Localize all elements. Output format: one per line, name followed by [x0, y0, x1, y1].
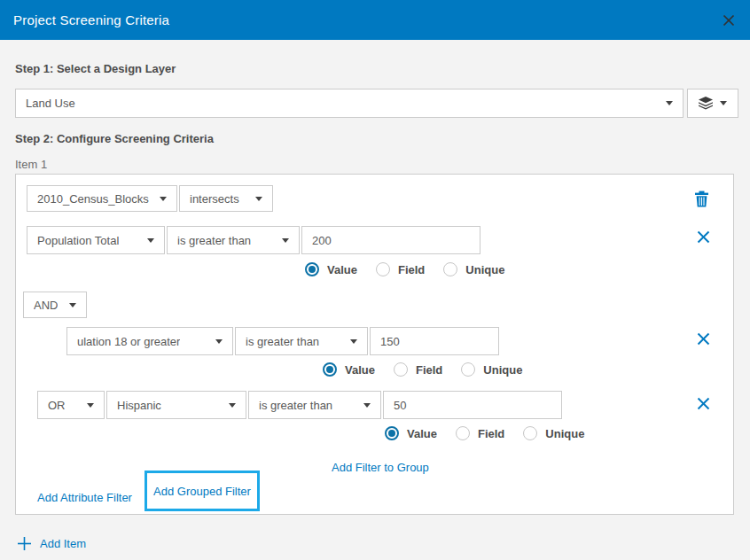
item1-panel: 2010_Census_Blocks intersects Population…: [15, 174, 734, 515]
chevron-down-icon: [160, 197, 167, 201]
close-icon: [697, 397, 710, 410]
radio-icon[interactable]: [523, 426, 537, 440]
filter1-field-select[interactable]: Population Total: [27, 226, 165, 254]
filter1-value-input[interactable]: [302, 227, 480, 253]
close-icon: [697, 230, 710, 244]
filter2-radio-field[interactable]: Field: [394, 362, 442, 377]
design-layer-value: Land Use: [26, 97, 75, 110]
delete-item-button[interactable]: [692, 189, 710, 208]
filter3-radio-group: Value Field Unique: [385, 426, 603, 440]
filter2-radio-unique[interactable]: Unique: [461, 362, 522, 377]
chevron-down-icon: [350, 339, 357, 344]
filter3-operator-value: is greater than: [259, 399, 332, 412]
add-item-button[interactable]: Add Item: [17, 536, 86, 551]
add-filter-to-group-link[interactable]: Add Filter to Group: [332, 461, 429, 474]
filter1-field-value: Population Total: [37, 234, 119, 247]
radio-icon[interactable]: [394, 362, 408, 377]
filter1-value-field-wrap: [301, 226, 480, 254]
criteria-layer-value: 2010_Census_Blocks: [37, 192, 149, 206]
filter1-radio-group: Value Field Unique: [305, 262, 523, 276]
filter2-field-value: ulation 18 or greater: [77, 335, 180, 348]
step1-heading: Step 1: Select a Design Layer: [15, 62, 176, 75]
chevron-down-icon: [255, 197, 262, 201]
chevron-down-icon: [720, 101, 727, 105]
plus-icon: [17, 536, 32, 551]
filter1-radio-field[interactable]: Field: [376, 262, 425, 276]
filter1-radio-unique[interactable]: Unique: [443, 262, 504, 276]
chevron-down-icon: [147, 238, 154, 243]
filter3-field-value: Hispanic: [117, 399, 161, 412]
add-grouped-filter-highlight: Add Grouped Filter: [145, 471, 260, 511]
filter2-operator-value: is greater than: [246, 335, 319, 348]
filter2-radio-group: Value Field Unique: [323, 362, 541, 377]
radio-icon[interactable]: [461, 362, 475, 377]
filter2-value-input[interactable]: [371, 328, 498, 354]
filter3-radio-value[interactable]: Value: [385, 426, 437, 440]
layers-icon: [699, 97, 713, 110]
close-icon: [697, 332, 710, 346]
filter3-radio-field[interactable]: Field: [456, 426, 504, 440]
group-operator-value: AND: [34, 299, 58, 312]
filter2-value-field-wrap: [370, 327, 499, 355]
filter2-radio-value[interactable]: Value: [323, 362, 375, 377]
filter3-value-input[interactable]: [384, 392, 561, 418]
filter3-radio-unique[interactable]: Unique: [523, 426, 584, 440]
radio-icon[interactable]: [443, 262, 457, 276]
chevron-down-icon: [215, 339, 223, 344]
project-screening-criteria-dialog: Project Screening Criteria Step 1: Selec…: [0, 0, 750, 560]
radio-selected-icon[interactable]: [385, 426, 399, 440]
filter1-operator-select[interactable]: is greater than: [167, 226, 300, 254]
trash-icon: [694, 191, 709, 207]
step2-heading: Step 2: Configure Screening Criteria: [15, 132, 214, 145]
dialog-header: Project Screening Criteria: [0, 0, 750, 40]
radio-icon[interactable]: [376, 262, 390, 276]
add-grouped-filter-link[interactable]: Add Grouped Filter: [153, 485, 251, 498]
dialog-title: Project Screening Criteria: [13, 12, 169, 27]
design-layer-select[interactable]: Land Use: [15, 89, 684, 118]
layer-options-button[interactable]: [687, 89, 738, 118]
add-item-label: Add Item: [40, 537, 86, 550]
radio-selected-icon[interactable]: [305, 262, 319, 276]
radio-selected-icon[interactable]: [323, 362, 337, 377]
filter1-operator-value: is greater than: [177, 234, 251, 247]
filter3-operator-select[interactable]: is greater than: [248, 391, 381, 419]
chevron-down-icon: [363, 403, 371, 408]
filter3-value-field-wrap: [383, 391, 562, 419]
spatial-operator-select[interactable]: intersects: [179, 185, 273, 212]
group-operator-select[interactable]: AND: [23, 292, 87, 318]
filter3-logic-select[interactable]: OR: [37, 391, 105, 419]
close-icon[interactable]: [721, 12, 737, 28]
spatial-operator-value: intersects: [190, 192, 239, 206]
filter2-remove-button[interactable]: [695, 331, 711, 346]
item-label: Item 1: [15, 158, 47, 171]
filter2-operator-select[interactable]: is greater than: [235, 327, 368, 355]
add-attribute-filter-link[interactable]: Add Attribute Filter: [37, 491, 132, 504]
filter3-remove-button[interactable]: [695, 395, 711, 411]
filter1-radio-value[interactable]: Value: [305, 262, 357, 276]
filter3-logic-value: OR: [48, 399, 66, 412]
chevron-down-icon: [87, 403, 94, 408]
criteria-layer-select[interactable]: 2010_Census_Blocks: [27, 185, 177, 212]
filter2-field-select[interactable]: ulation 18 or greater: [66, 327, 233, 355]
radio-icon[interactable]: [456, 426, 470, 440]
filter1-remove-button[interactable]: [695, 229, 711, 245]
chevron-down-icon: [282, 238, 289, 243]
chevron-down-icon: [69, 303, 76, 307]
filter3-field-select[interactable]: Hispanic: [106, 391, 246, 419]
chevron-down-icon: [229, 403, 236, 408]
chevron-down-icon: [666, 101, 673, 105]
